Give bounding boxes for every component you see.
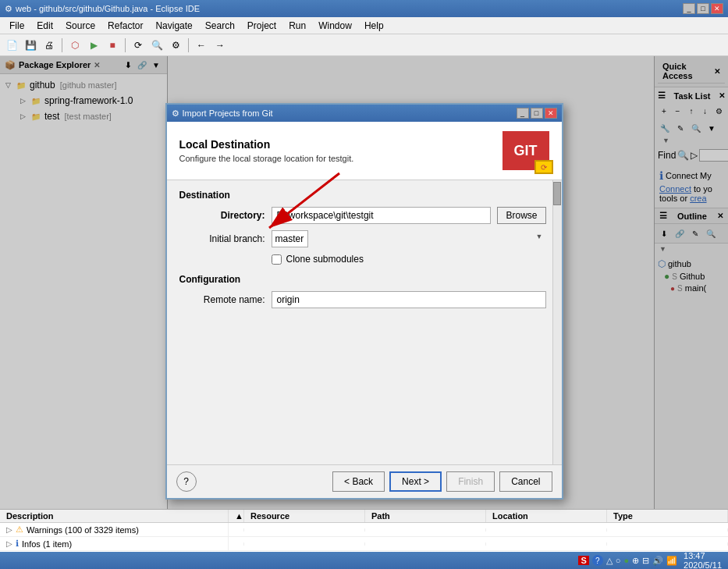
status-icon-3: △ xyxy=(606,556,613,566)
close-button[interactable]: ✕ xyxy=(711,3,723,14)
col-location: Location xyxy=(486,510,607,522)
menu-run[interactable]: Run xyxy=(282,19,312,33)
dialog-icon: ⚙ xyxy=(172,108,179,119)
warnings-text: Warnings (100 of 3329 items) xyxy=(27,525,139,535)
run-button[interactable]: ▶ xyxy=(85,37,102,54)
menu-help[interactable]: Help xyxy=(358,19,390,33)
warning-type xyxy=(607,528,728,532)
menu-window[interactable]: Window xyxy=(312,19,358,33)
info-location xyxy=(486,542,607,546)
directory-input[interactable] xyxy=(272,207,492,224)
menu-file[interactable]: File xyxy=(3,19,30,33)
toolbar-btn-3[interactable]: ⚙ xyxy=(167,37,184,54)
expand-infos[interactable]: ▷ xyxy=(6,539,12,548)
menu-search[interactable]: Search xyxy=(199,19,241,33)
status-icon-7: ⊟ xyxy=(642,556,649,566)
next-button[interactable]: Next > xyxy=(389,471,442,492)
col-path: Path xyxy=(365,510,486,522)
save-button[interactable]: 💾 xyxy=(22,37,39,54)
git-logo-container: GIT ⟳ xyxy=(502,131,549,170)
dialog-close[interactable]: ✕ xyxy=(545,108,557,119)
destination-section-title: Destination xyxy=(179,190,546,201)
browse-button[interactable]: Browse xyxy=(497,207,545,224)
bottom-row-warnings[interactable]: ▷ ⚠ Warnings (100 of 3329 items) xyxy=(0,523,728,537)
toolbar-btn-4[interactable]: ← xyxy=(193,37,210,54)
toolbar-separator-1 xyxy=(62,38,62,52)
content-spacer xyxy=(179,315,546,455)
initial-branch-select[interactable]: master xyxy=(272,230,308,247)
menu-source[interactable]: Source xyxy=(59,19,101,33)
col-description: Description xyxy=(0,510,229,522)
status-icon-4: ○ xyxy=(616,556,621,565)
dialog-scrollbar-thumb[interactable] xyxy=(553,182,561,205)
dialog-body: Local Destination Configure the local st… xyxy=(167,122,562,464)
toolbar-btn-5[interactable]: → xyxy=(211,37,229,54)
import-dialog: ⚙ Import Projects from Git _ □ ✕ Local D… xyxy=(165,103,563,500)
initial-branch-label: Initial branch: xyxy=(179,233,265,244)
configuration-section: Configuration Remote name: xyxy=(179,274,546,308)
infos-text: Infos (1 item) xyxy=(22,539,72,549)
configuration-section-title: Configuration xyxy=(179,274,546,285)
dialog-header-text: Local Destination Configure the local st… xyxy=(179,138,354,163)
dialog-scroll-area: Destination Directory: Browse Initial br… xyxy=(167,180,562,464)
status-date: 2020/5/11 xyxy=(684,560,722,569)
col-type: Type xyxy=(607,510,728,522)
clone-submodules-checkbox[interactable] xyxy=(272,254,282,265)
menu-edit[interactable]: Edit xyxy=(30,19,59,33)
toolbar: 📄 💾 🖨 ⬡ ▶ ■ ⟳ 🔍 ⚙ ← → xyxy=(0,34,728,56)
status-bar: S ? △ ○ ● ⊕ ⊟ 🔊 📶 13:47 2020/5/11 xyxy=(0,552,728,569)
menu-project[interactable]: Project xyxy=(241,19,282,33)
new-button[interactable]: 📄 xyxy=(3,37,20,54)
debug-button[interactable]: ⬡ xyxy=(66,37,83,54)
info-badge-icon: ℹ xyxy=(16,539,19,549)
dialog-scrollbar[interactable] xyxy=(552,180,562,464)
menu-refactor[interactable]: Refactor xyxy=(101,19,149,33)
remote-name-row: Remote name: xyxy=(179,291,546,308)
title-bar-left: ⚙ web - github/src/github/Github.java - … xyxy=(5,4,200,14)
window-title: web - github/src/github/Github.java - Ec… xyxy=(16,4,200,13)
menu-navigate[interactable]: Navigate xyxy=(149,19,198,33)
stop-button[interactable]: ■ xyxy=(104,37,121,54)
title-bar-controls[interactable]: _ □ ✕ xyxy=(683,3,723,14)
info-path xyxy=(365,542,486,546)
clone-submodules-row: Clone submodules xyxy=(179,254,546,265)
initial-branch-row: Initial branch: master xyxy=(179,230,546,247)
dialog-header-section: Local Destination Configure the local st… xyxy=(167,122,562,180)
dialog-controls: _ □ ✕ xyxy=(517,108,557,119)
dialog-content: Destination Directory: Browse Initial br… xyxy=(167,180,562,464)
maximize-button[interactable]: □ xyxy=(697,3,709,14)
status-time: 13:47 xyxy=(684,551,705,560)
dialog-header-subtitle: Configure the local storage location for… xyxy=(179,154,354,163)
finish-button[interactable]: Finish xyxy=(446,471,495,492)
back-button[interactable]: < Back xyxy=(332,471,385,492)
toolbar-separator-2 xyxy=(125,38,126,52)
remote-name-input[interactable] xyxy=(272,291,546,308)
minimize-button[interactable]: _ xyxy=(683,3,695,14)
bottom-row-infos[interactable]: ▷ ℹ Infos (1 item) xyxy=(0,537,728,551)
directory-label: Directory: xyxy=(179,210,265,221)
print-button[interactable]: 🖨 xyxy=(41,37,58,54)
col-sort[interactable]: ▲ xyxy=(229,510,244,522)
warning-location xyxy=(486,528,607,532)
warning-resource xyxy=(244,528,365,532)
expand-warnings[interactable]: ▷ xyxy=(6,525,12,534)
menu-bar: File Edit Source Refactor Navigate Searc… xyxy=(0,17,728,34)
cancel-button[interactable]: Cancel xyxy=(499,471,552,492)
status-icon-9: 📶 xyxy=(666,556,677,566)
col-resource: Resource xyxy=(244,510,365,522)
dialog-minimize[interactable]: _ xyxy=(517,108,529,119)
git-logo-text: GIT xyxy=(514,143,538,159)
warning-path xyxy=(365,528,486,532)
toolbar-separator-3 xyxy=(188,38,189,52)
status-time-date: 13:47 2020/5/11 xyxy=(684,551,722,569)
bottom-panel: Description ▲ Resource Path Location Typ… xyxy=(0,509,728,556)
toolbar-btn-2[interactable]: 🔍 xyxy=(148,37,165,54)
help-button[interactable]: ? xyxy=(176,471,197,492)
status-icon-6: ⊕ xyxy=(632,556,639,566)
dialog-titlebar: ⚙ Import Projects from Git _ □ ✕ xyxy=(167,105,562,122)
dialog-maximize[interactable]: □ xyxy=(531,108,543,119)
status-icon-5: ● xyxy=(623,556,629,565)
directory-row: Directory: Browse xyxy=(179,207,546,224)
toolbar-btn-1[interactable]: ⟳ xyxy=(130,37,147,54)
git-logo-overlay: ⟳ xyxy=(534,160,553,174)
